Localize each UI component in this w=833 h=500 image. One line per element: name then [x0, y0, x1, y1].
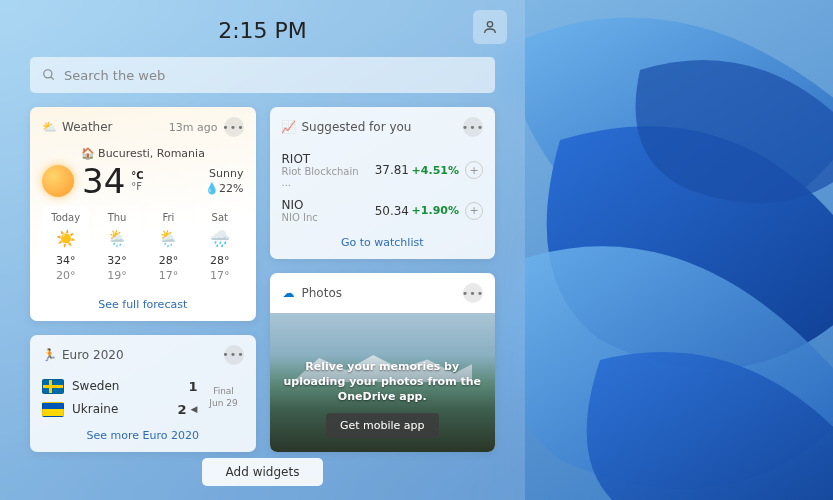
- svg-point-1: [487, 22, 492, 27]
- stocks-title: Suggested for you: [302, 120, 412, 134]
- add-stock-button[interactable]: +: [465, 202, 483, 220]
- stock-row[interactable]: NIONIO Inc 50.34 +1.90% +: [282, 193, 484, 228]
- match-row[interactable]: Sweden 1: [42, 375, 198, 398]
- weather-icon: ⛅: [42, 120, 56, 134]
- stocks-menu-button[interactable]: •••: [463, 117, 483, 137]
- flag-ukraine-icon: [42, 402, 64, 417]
- sports-icon: 🏃: [42, 348, 56, 362]
- user-icon: [482, 19, 498, 35]
- widgets-grid: ⛅Weather 13m ago••• 🏠 Bucuresti, Romania…: [30, 107, 495, 448]
- temperature-unit-toggle[interactable]: °C°F: [131, 170, 143, 192]
- weather-humidity: 💧22%: [205, 181, 243, 196]
- widgets-panel: 2:15 PM Search the web ⛅Weather 13m ago•…: [0, 0, 525, 500]
- weather-title: Weather: [62, 120, 113, 134]
- svg-line-3: [51, 77, 54, 80]
- add-widgets-button[interactable]: Add widgets: [202, 458, 324, 486]
- panel-header: 2:15 PM: [30, 18, 495, 43]
- weather-timestamp: 13m ago: [169, 121, 218, 134]
- full-forecast-link[interactable]: See full forecast: [42, 298, 244, 311]
- forecast-day[interactable]: Thu🌦️32°19°: [93, 206, 140, 290]
- search-input[interactable]: Search the web: [30, 57, 495, 93]
- onedrive-icon: ☁: [282, 286, 296, 300]
- sports-widget[interactable]: 🏃Euro 2020 ••• Sweden 1 Ukraine 2◀: [30, 335, 256, 452]
- more-sports-link[interactable]: See more Euro 2020: [42, 429, 244, 442]
- stocks-icon: 📈: [282, 120, 296, 134]
- forecast-day[interactable]: Today☀️34°20°: [42, 206, 89, 290]
- user-account-button[interactable]: [473, 10, 507, 44]
- stock-row[interactable]: RIOTRiot Blockchain ... 37.81 +4.51% +: [282, 147, 484, 193]
- weather-menu-button[interactable]: •••: [224, 117, 244, 137]
- winner-indicator-icon: ◀: [191, 404, 198, 414]
- photos-hero-image: Relive your memories by uploading your p…: [270, 313, 496, 452]
- current-temperature: 34: [82, 164, 125, 198]
- photos-widget[interactable]: ☁Photos ••• Relive your memories by uplo…: [270, 273, 496, 452]
- weather-location: 🏠 Bucuresti, Romania: [42, 147, 244, 160]
- add-stock-button[interactable]: +: [465, 161, 483, 179]
- watchlist-link[interactable]: Go to watchlist: [282, 236, 484, 249]
- clock: 2:15 PM: [218, 18, 307, 43]
- get-mobile-app-button[interactable]: Get mobile app: [326, 413, 439, 438]
- weather-widget[interactable]: ⛅Weather 13m ago••• 🏠 Bucuresti, Romania…: [30, 107, 256, 321]
- weather-condition: Sunny: [205, 166, 243, 181]
- sports-title: Euro 2020: [62, 348, 124, 362]
- search-icon: [42, 68, 56, 82]
- photos-menu-button[interactable]: •••: [463, 283, 483, 303]
- forecast-day[interactable]: Sat🌧️28°17°: [196, 206, 243, 290]
- search-placeholder: Search the web: [64, 68, 165, 83]
- photos-title: Photos: [302, 286, 342, 300]
- forecast-day[interactable]: Fri🌦️28°17°: [145, 206, 192, 290]
- flag-sweden-icon: [42, 379, 64, 394]
- match-row[interactable]: Ukraine 2◀: [42, 398, 198, 421]
- photos-message: Relive your memories by uploading your p…: [284, 359, 482, 405]
- stocks-widget[interactable]: 📈Suggested for you ••• RIOTRiot Blockcha…: [270, 107, 496, 259]
- svg-point-2: [44, 70, 52, 78]
- sun-icon: [42, 165, 74, 197]
- match-status: FinalJun 29: [204, 386, 244, 409]
- sports-menu-button[interactable]: •••: [224, 345, 244, 365]
